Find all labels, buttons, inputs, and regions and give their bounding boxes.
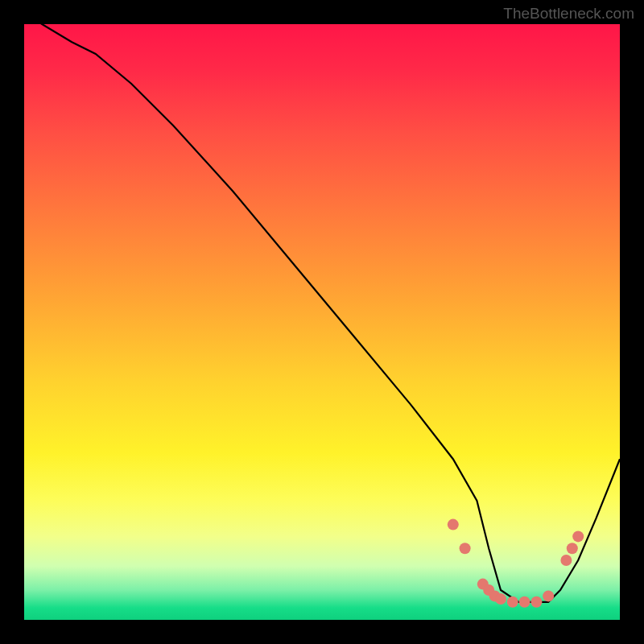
- chart-marker: [572, 530, 584, 542]
- chart-marker: [567, 543, 578, 554]
- chart-marker: [530, 597, 542, 608]
- chart-marker: [507, 597, 518, 608]
- chart-markers: [448, 519, 584, 608]
- bottleneck-curve: [24, 24, 620, 602]
- chart-marker: [519, 597, 530, 608]
- chart-marker: [560, 555, 572, 566]
- chart-marker: [448, 519, 459, 530]
- chart-svg-layer: [24, 24, 620, 620]
- chart-marker: [543, 590, 554, 601]
- chart-marker: [460, 543, 471, 554]
- attribution-text: TheBottleneck.com: [503, 5, 634, 23]
- chart-plot-area: [24, 24, 620, 620]
- chart-marker: [495, 593, 506, 605]
